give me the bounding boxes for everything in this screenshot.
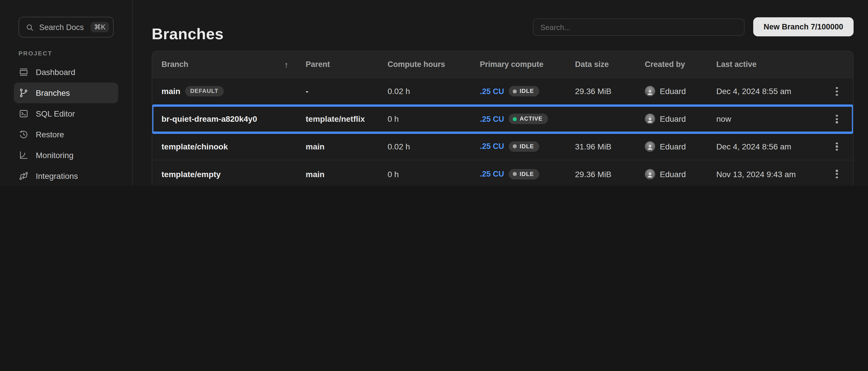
column-header-label: Parent — [306, 60, 330, 69]
sidebar-item-label: SQL Editor — [36, 109, 75, 118]
compute-state-badge: ACTIVE — [509, 114, 548, 124]
parent-branch: main — [306, 142, 324, 151]
sidebar-item-label: Branches — [36, 88, 70, 97]
table-row-template-empty[interactable]: template/emptymain0 h.25 CUIDLE29.36 MiB… — [152, 160, 853, 185]
branches-page: Search Docs ⌘K PROJECTDashboardBranchesS… — [0, 0, 868, 185]
restore-icon — [19, 129, 29, 140]
column-header-compute-hours[interactable]: Compute hours — [388, 60, 480, 69]
parent-branch: main — [306, 169, 324, 179]
last-active: Dec 4, 2024 8:55 am — [716, 87, 791, 96]
state-label: ACTIVE — [520, 116, 542, 122]
compute-size-link[interactable]: .25 CU — [480, 142, 504, 151]
sidebar-item-sql-editor[interactable]: SQL Editor — [14, 103, 118, 124]
compute-hours: 0 h — [388, 114, 399, 123]
state-label: IDLE — [520, 144, 534, 149]
created-by-name: Eduard — [660, 114, 686, 123]
state-dot-icon — [513, 89, 517, 93]
compute-size-link[interactable]: .25 CU — [480, 115, 504, 123]
column-header-label: Primary compute — [480, 60, 544, 69]
table-row-template-chinook[interactable]: template/chinookmain0.02 h.25 CUIDLE31.9… — [152, 132, 853, 160]
last-active: Nov 13, 2024 9:43 am — [716, 169, 796, 179]
compute-state-badge: IDLE — [509, 169, 539, 180]
parent-branch: template/netflix — [306, 114, 365, 123]
data-size: 31.96 MiB — [575, 142, 611, 151]
compute-state-badge: IDLE — [509, 86, 539, 97]
page-title: Branches — [152, 25, 223, 43]
data-size: 29.36 MiB — [575, 87, 611, 96]
state-label: IDLE — [520, 89, 534, 94]
row-menu-button[interactable] — [830, 85, 844, 98]
search-docs-label: Search Docs — [39, 23, 84, 31]
row-menu-button[interactable] — [830, 140, 844, 153]
monitoring-icon — [19, 150, 29, 160]
column-header-last-active[interactable]: Last active — [716, 60, 826, 69]
table-body: mainDEFAULT-0.02 h.25 CUIDLE29.36 MiBEdu… — [152, 78, 853, 185]
sidebar-item-label: Dashboard — [36, 67, 75, 77]
sql-editor-icon — [19, 109, 29, 119]
sidebar-item-monitoring[interactable]: Monitoring — [14, 145, 118, 165]
sidebar: Search Docs ⌘K PROJECTDashboardBranchesS… — [0, 0, 133, 185]
search-docs-button[interactable]: Search Docs ⌘K — [19, 17, 114, 37]
state-dot-icon — [513, 117, 517, 121]
branches-icon — [19, 88, 29, 98]
column-header-primary-compute[interactable]: Primary compute — [480, 60, 575, 69]
avatar — [645, 86, 655, 97]
branches-search-input[interactable] — [533, 19, 745, 36]
sidebar-item-label: Integrations — [36, 172, 78, 181]
sidebar-item-integrations[interactable]: Integrations — [14, 165, 118, 185]
table-row-main[interactable]: mainDEFAULT-0.02 h.25 CUIDLE29.36 MiBEdu… — [152, 78, 853, 105]
last-active: Dec 4, 2024 8:56 am — [716, 142, 791, 151]
parent-branch: - — [306, 87, 308, 96]
column-header-label: Branch — [161, 60, 188, 69]
branches-table: Branch↑ParentCompute hoursPrimary comput… — [152, 51, 854, 185]
sidebar-nav: PROJECTDashboardBranchesSQL EditorRestor… — [19, 50, 114, 185]
column-header-parent[interactable]: Parent — [306, 60, 388, 69]
state-label: IDLE — [520, 172, 534, 177]
new-branch-button[interactable]: New Branch 7/100000 — [753, 17, 854, 36]
sidebar-item-label: Restore — [36, 130, 64, 139]
compute-size-link[interactable]: .25 CU — [480, 87, 504, 96]
default-badge: DEFAULT — [185, 86, 223, 97]
table-header-row: Branch↑ParentCompute hoursPrimary comput… — [152, 51, 853, 78]
compute-size-link[interactable]: .25 CU — [480, 170, 504, 179]
sidebar-item-dashboard[interactable]: Dashboard — [14, 62, 118, 83]
sidebar-item-label: Monitoring — [36, 151, 73, 160]
keyboard-shortcut-badge: ⌘K — [91, 22, 109, 32]
created-by-name: Eduard — [660, 87, 686, 96]
created-by-name: Eduard — [660, 169, 686, 179]
branch-name: main — [161, 87, 180, 96]
avatar — [645, 169, 655, 180]
state-dot-icon — [513, 145, 517, 149]
compute-hours: 0.02 h — [388, 87, 410, 96]
branch-name: template/chinook — [161, 142, 228, 151]
avatar — [645, 114, 655, 124]
column-header-branch[interactable]: Branch↑ — [161, 60, 306, 69]
row-menu-button[interactable] — [830, 112, 844, 126]
last-active: now — [716, 114, 731, 123]
created-by-name: Eduard — [660, 142, 686, 151]
branch-name: template/empty — [161, 169, 221, 179]
dashboard-icon — [19, 67, 29, 77]
column-header-label: Data size — [575, 60, 609, 69]
nav-section-label-project: PROJECT — [19, 50, 114, 57]
data-size: 29.36 MiB — [575, 169, 611, 179]
column-header-label: Created by — [645, 60, 685, 69]
sort-asc-icon[interactable]: ↑ — [284, 60, 288, 69]
sidebar-item-branches[interactable]: Branches — [14, 83, 118, 103]
sidebar-item-restore[interactable]: Restore — [14, 124, 118, 145]
search-icon — [25, 23, 34, 31]
branch-name: br-quiet-dream-a820k4y0 — [161, 114, 257, 123]
main-content: Branches New Branch 7/100000 Branch↑Pare… — [133, 0, 868, 185]
column-header-label: Compute hours — [388, 60, 445, 69]
state-dot-icon — [513, 172, 517, 176]
avatar — [645, 142, 655, 152]
column-header-label: Last active — [716, 60, 757, 69]
compute-state-badge: IDLE — [509, 142, 539, 152]
table-row-br-quiet-dream-a820k4y0[interactable]: br-quiet-dream-a820k4y0template/netflix0… — [152, 105, 853, 133]
integrations-icon — [19, 171, 29, 181]
compute-hours: 0 h — [388, 169, 399, 179]
compute-hours: 0.02 h — [388, 142, 410, 151]
column-header-created-by[interactable]: Created by — [645, 60, 716, 69]
row-menu-button[interactable] — [830, 167, 844, 181]
column-header-data-size[interactable]: Data size — [575, 60, 645, 69]
